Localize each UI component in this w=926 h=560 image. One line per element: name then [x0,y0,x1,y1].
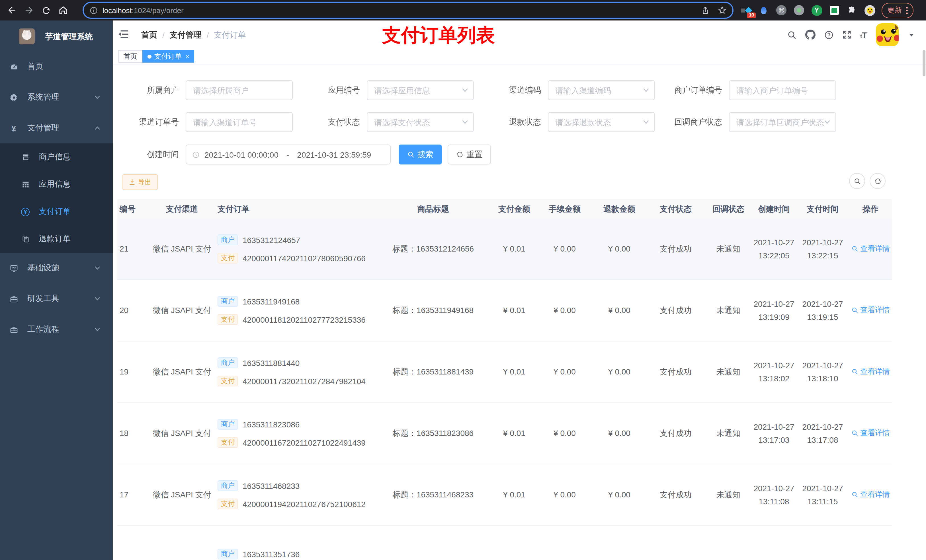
extension-icon-6[interactable] [829,5,840,16]
sidebar-item-infrastructure[interactable]: 基础设施 [0,253,113,284]
sidebar-item-workflow[interactable]: 工作流程 [0,314,113,345]
breadcrumb-home[interactable]: 首页 [141,30,157,41]
refund-status-select[interactable] [548,112,655,132]
fullscreen-icon[interactable] [843,30,852,39]
header-search-icon[interactable] [787,30,797,39]
order-id: 21 [117,242,149,255]
user-avatar[interactable] [876,23,899,46]
sidebar-item-pay-order[interactable]: ¥ 支付订单 [0,198,113,225]
refund-amount: ¥ 0.00 [592,365,646,379]
created-time: 2021-10-27 13:19:09 [752,297,796,323]
extensions-puzzle-icon[interactable] [846,5,858,16]
merchant-tag: 商户 [218,549,238,559]
github-icon[interactable] [805,30,816,40]
filter-merchant-order-no: 商户订单编号 [655,80,836,100]
browser-update-menu[interactable]: 更新 [882,3,914,18]
channel-code-select[interactable] [548,80,655,100]
browser-reload-button[interactable] [38,2,54,19]
sidebar-logo[interactable]: 芋道管理系统 [0,24,113,51]
create-time-range-picker[interactable]: 2021-10-01 00:00:00 - 2021-10-31 23:59:5… [186,145,391,165]
merchant-tag: 商户 [218,296,238,307]
app-select[interactable] [367,80,474,100]
pay-channel: 微信 JSAPI 支付 [149,304,215,317]
merchant-order-no-input[interactable] [729,80,836,100]
created-time: 2021-10-27 13:18:02 [752,359,796,385]
pay-channel: 微信 JSAPI 支付 [149,427,215,440]
extension-icon-3[interactable]: ⌘ [776,5,787,16]
channel-order-no: 4200001181202110277723215336 [243,315,366,324]
grid-icon [21,180,30,189]
merchant-select[interactable] [186,80,293,100]
logo-image [19,29,35,44]
browser-back-button[interactable] [3,2,21,19]
extension-icon-4[interactable] [793,5,805,16]
tab-home[interactable]: 首页 [118,50,142,63]
documents-icon [21,235,30,243]
extension-icon-2[interactable] [758,5,769,16]
share-icon[interactable] [701,6,710,15]
sidebar-collapse-icon[interactable] [118,30,129,39]
refresh-table-button[interactable] [870,173,885,189]
export-button[interactable]: 导出 [123,174,158,190]
filter-pay-status: 支付状态 [293,112,474,132]
sidebar-item-payment[interactable]: ¥ 支付管理 [0,113,113,143]
view-detail-link[interactable]: 查看详情 [851,365,890,378]
toggle-search-button[interactable] [849,173,865,189]
table-row[interactable]: 17 微信 JSAPI 支付 商户 1635311468233 支付 42000… [117,464,892,526]
sidebar-item-merchant-info[interactable]: 商户信息 [0,143,113,171]
reset-button[interactable]: 重置 [448,145,491,165]
tab-pay-order[interactable]: 支付订单 × [142,50,195,63]
pay-channel: 微信 JSAPI 支付 [149,242,215,255]
browser-profile-avatar[interactable] [864,5,875,16]
view-detail-link[interactable]: 查看详情 [851,303,890,317]
browser-forward-button[interactable] [21,2,38,19]
table-row[interactable]: 18 微信 JSAPI 支付 商户 1635311823086 支付 42000… [117,403,892,464]
tags-view-bar: 首页 支付订单 × [113,49,926,64]
sidebar-item-dev-tools[interactable]: 研发工具 [0,284,113,314]
sidebar-item-refund-order[interactable]: 退款订单 [0,225,113,253]
pay-tag: 支付 [218,376,238,386]
help-icon[interactable] [825,30,834,39]
sidebar-item-home[interactable]: 首页 [0,51,113,82]
bookmark-star-icon[interactable] [717,6,727,15]
page-scrollbar[interactable] [923,50,925,76]
search-button[interactable]: 搜索 [399,145,442,165]
browser-home-button[interactable] [54,2,72,19]
close-tab-icon[interactable]: × [186,53,189,59]
active-tab-dot [147,54,151,58]
table-header: 编号 支付渠道 支付订单 商品标题 支付金额 手续金额 退款金额 支付状态 回调… [117,199,892,219]
site-info-icon[interactable] [89,6,98,15]
dashboard-icon [9,62,18,71]
notify-status: 未通知 [705,304,752,317]
extension-icon-1[interactable]: 10 [740,5,752,16]
product-title: 标题：1635311949168 [375,304,492,317]
yen-circle-icon: ¥ [21,207,30,216]
fee-amount: ¥ 0.00 [537,365,592,379]
merchant-tag: 商户 [218,419,238,430]
address-bar[interactable]: localhost:1024/pay/order [83,2,734,19]
table-row[interactable]: 19 微信 JSAPI 支付 商户 1635311881440 支付 42000… [117,341,892,403]
url-host: localhost [103,6,132,15]
view-detail-link[interactable]: 查看详情 [851,427,890,440]
sidebar-item-app-info[interactable]: 应用信息 [0,171,113,198]
font-size-icon[interactable]: tT [860,30,867,39]
view-detail-link[interactable]: 查看详情 [851,488,890,501]
pay-order-cell: 商户 1635311823086 支付 42000011672021102710… [215,419,375,448]
sidebar-item-system[interactable]: 系统管理 [0,82,113,113]
breadcrumb-payment[interactable]: 支付管理 [170,30,201,41]
table-row[interactable]: 21 微信 JSAPI 支付 商户 1635312124657 支付 42000… [117,219,892,280]
view-detail-link[interactable]: 查看详情 [851,242,890,255]
merchant-order-no: 1635311351736 [243,549,300,558]
order-id: 18 [117,427,149,440]
avatar-caret-icon[interactable] [908,32,915,38]
order-id: 20 [117,304,149,317]
channel-order-no-input[interactable] [186,112,293,132]
breadcrumb-current: 支付订单 [214,30,246,41]
callback-status-select[interactable] [729,112,836,132]
created-time: 2021-10-27 13:17:03 [752,420,796,447]
paid-time: 2021-10-27 13:22:15 [796,236,849,262]
table-row[interactable]: 20 微信 JSAPI 支付 商户 1635311949168 支付 42000… [117,280,892,341]
pay-status-select[interactable] [367,112,474,132]
extension-icon-5[interactable]: Y [811,5,822,16]
merchant-order-no: 1635311823086 [243,420,300,429]
